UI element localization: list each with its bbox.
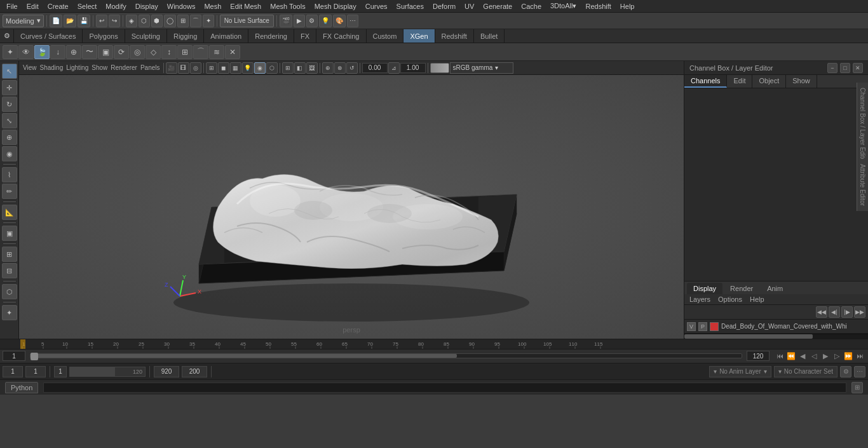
vp-camera-btn[interactable]: 🎥 xyxy=(166,62,177,74)
xgen-custom-icon[interactable]: ✕ xyxy=(225,45,240,59)
rp-scrollbar[interactable] xyxy=(684,334,868,339)
viewport[interactable]: View Shading Lighting Show Renderer Pane… xyxy=(19,61,684,339)
vp-value2-field[interactable] xyxy=(400,63,426,73)
le-prev-key-btn[interactable]: ◀| xyxy=(829,306,840,318)
xgen-pin-icon[interactable]: ⊕ xyxy=(66,45,81,59)
next-frame-btn[interactable]: ▷ xyxy=(831,350,843,362)
xgen-noise-icon[interactable]: 〜 xyxy=(82,45,97,59)
menu-mesh-tools[interactable]: Mesh Tools xyxy=(266,1,309,11)
color-btn[interactable]: 🎨 xyxy=(333,15,346,27)
select-mode-btn[interactable]: ◈ xyxy=(126,15,137,27)
lasso-tool[interactable]: ⌇ xyxy=(2,167,17,182)
le-tab-anim[interactable]: Anim xyxy=(761,283,789,294)
end-frame-field[interactable] xyxy=(747,351,770,361)
tab-redshift[interactable]: Redshift xyxy=(435,29,474,43)
vp-menu-view[interactable]: View xyxy=(22,62,38,74)
soft-select-tool[interactable]: ◉ xyxy=(2,146,17,161)
prev-keyframe-btn[interactable]: ⏪ xyxy=(785,350,797,362)
play-fwd-btn[interactable]: ▶ xyxy=(820,350,831,362)
panel-float-btn[interactable]: □ xyxy=(840,63,850,73)
next-keyframe-btn[interactable]: ⏩ xyxy=(843,350,854,362)
render-btn[interactable]: 🎬 xyxy=(280,15,292,27)
universal-tool[interactable]: ⊕ xyxy=(2,130,17,145)
menu-select[interactable]: Select xyxy=(74,1,101,11)
vp-xray-btn[interactable]: ⬡ xyxy=(266,62,278,74)
le-prev-btn[interactable]: ◀◀ xyxy=(816,306,827,318)
sub-frame-field[interactable] xyxy=(25,366,46,377)
xgen-open-icon[interactable]: ✦ xyxy=(3,45,18,59)
panel-close-btn[interactable]: ✕ xyxy=(853,63,863,73)
vp-menu-renderer[interactable]: Renderer xyxy=(109,62,139,74)
xgen-tube-icon[interactable]: ⟳ xyxy=(114,45,129,59)
vp-snap2-icon[interactable]: ⊗ xyxy=(334,62,346,74)
redo-btn[interactable]: ↪ xyxy=(109,15,120,27)
timeline-playhead-thumb[interactable] xyxy=(31,353,38,360)
layer-item[interactable]: V P Dead_Body_Of_Woman_Covered_with_Whi xyxy=(684,320,868,334)
move-tool[interactable]: ✛ xyxy=(2,80,17,95)
menu-mesh[interactable]: Mesh xyxy=(200,1,225,11)
le-menu-options[interactable]: Options xyxy=(715,295,745,303)
paint-select-btn[interactable]: ⬢ xyxy=(151,15,163,27)
menu-create[interactable]: Create xyxy=(44,1,72,11)
tab-animation[interactable]: Animation xyxy=(204,29,248,43)
xgen-add-icon[interactable]: ↓ xyxy=(50,45,65,59)
le-next-key-btn[interactable]: |▶ xyxy=(841,306,853,318)
vp-menu-lighting[interactable]: Lighting xyxy=(65,62,90,74)
timeline-range-slider[interactable] xyxy=(30,353,742,358)
python-input[interactable] xyxy=(43,383,846,393)
vp-menu-shading[interactable]: Shading xyxy=(39,62,65,74)
tab-xgen[interactable]: XGen xyxy=(403,29,435,43)
vp-light-btn[interactable]: 💡 xyxy=(242,62,254,74)
menu-help[interactable]: Help xyxy=(616,1,639,11)
tab-curves-surfaces[interactable]: Curves / Surfaces xyxy=(14,29,83,43)
scale-tool[interactable]: ⤡ xyxy=(2,113,17,128)
range-display[interactable]: 120 xyxy=(69,367,146,377)
vp-shade-btn[interactable]: ◼ xyxy=(218,62,229,74)
tab-settings-gear[interactable]: ⚙ xyxy=(0,29,14,43)
cb-tab-edit[interactable]: Edit xyxy=(727,75,752,88)
le-tab-display[interactable]: Display xyxy=(687,283,722,294)
xgen-diamond-icon[interactable]: ◇ xyxy=(146,45,161,59)
menu-edit[interactable]: Edit xyxy=(23,1,43,11)
menu-cache[interactable]: Cache xyxy=(517,1,545,11)
tab-sculpting[interactable]: Sculpting xyxy=(125,29,167,43)
tab-fx-caching[interactable]: FX Caching xyxy=(316,29,366,43)
status-btn1[interactable]: ⊞ xyxy=(851,382,863,393)
vp-value1-field[interactable] xyxy=(362,63,388,73)
menu-edit-mesh[interactable]: Edit Mesh xyxy=(226,1,265,11)
menu-windows[interactable]: Windows xyxy=(163,1,200,11)
menu-deform[interactable]: Deform xyxy=(429,1,459,11)
vp-menu-panels[interactable]: Panels xyxy=(139,62,161,74)
vp-value1-icon[interactable]: ⊿ xyxy=(388,62,400,74)
menu-surfaces[interactable]: Surfaces xyxy=(393,1,428,11)
bottom-settings-btn[interactable]: ⚙ xyxy=(840,366,851,377)
paint-tool[interactable]: ✏ xyxy=(2,184,17,199)
undo-btn[interactable]: ↩ xyxy=(96,15,107,27)
bottom-extra-btn[interactable]: ⋯ xyxy=(854,366,865,377)
tab-polygons[interactable]: Polygons xyxy=(83,29,125,43)
rotate-tool[interactable]: ↻ xyxy=(2,97,17,112)
rp-scroll-thumb[interactable] xyxy=(684,334,813,339)
python-tab[interactable]: Python xyxy=(5,382,38,393)
menu-redshift[interactable]: Redshift xyxy=(581,1,614,11)
vp-hud-btn[interactable]: ◧ xyxy=(294,62,306,74)
menu-modify[interactable]: Modify xyxy=(102,1,130,11)
select-tool[interactable]: ↖ xyxy=(2,64,17,79)
range-indicator-field[interactable] xyxy=(54,366,67,377)
xgen-stack-icon[interactable]: ▣ xyxy=(98,45,113,59)
menu-generate[interactable]: Generate xyxy=(479,1,516,11)
anim-layer-selector[interactable]: ▾ No Anim Layer ▾ xyxy=(709,366,771,377)
render-settings-btn[interactable]: ⚙ xyxy=(306,15,318,27)
lasso-select-btn[interactable]: ⬡ xyxy=(139,15,150,27)
prev-frame-btn[interactable]: ◀ xyxy=(797,350,808,362)
layer-playback-btn[interactable]: P xyxy=(698,322,707,331)
new-scene-btn[interactable]: 📄 xyxy=(50,15,62,27)
region-tool[interactable]: ▣ xyxy=(2,226,17,241)
ipr-btn[interactable]: ▶ xyxy=(294,15,305,27)
cb-tab-channels[interactable]: Channels xyxy=(684,75,727,88)
range-end-field[interactable] xyxy=(182,366,207,377)
xgen-view-icon[interactable]: 👁 xyxy=(18,45,34,59)
vp-smooth-btn[interactable]: ◉ xyxy=(254,62,266,74)
snap-grid-btn[interactable]: ⊞ xyxy=(177,15,189,27)
menu-curves[interactable]: Curves xyxy=(362,1,391,11)
